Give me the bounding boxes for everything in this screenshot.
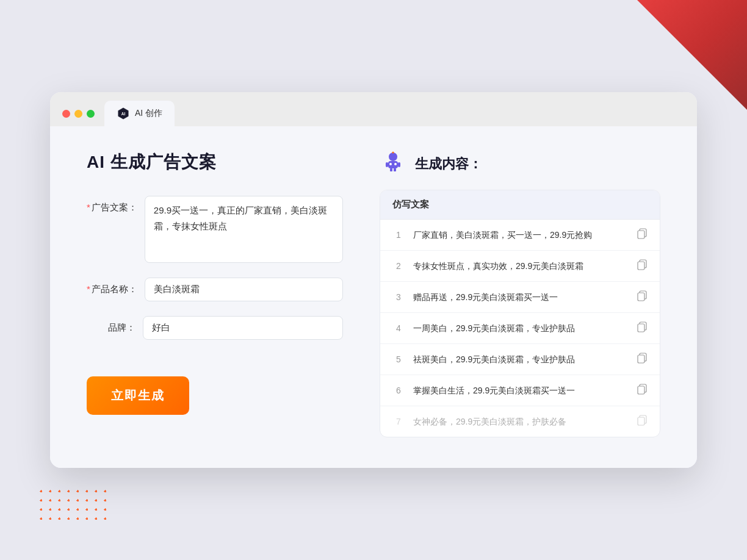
row-number: 3	[392, 292, 405, 302]
right-panel: 生成内容： 仿写文案 1厂家直销，美白淡斑霜，买一送一，29.9元抢购 2专抹女…	[380, 151, 660, 437]
page-title: AI 生成广告文案	[87, 151, 343, 174]
row-text: 掌握美白生活，29.9元美白淡斑霜买一送一	[413, 384, 628, 397]
product-name-label: *产品名称：	[87, 278, 137, 295]
result-table: 仿写文案 1厂家直销，美白淡斑霜，买一送一，29.9元抢购 2专抹女性斑点，真实…	[380, 190, 660, 437]
copy-icon[interactable]	[637, 259, 648, 273]
svg-point-8	[389, 163, 392, 165]
row-text: 赠品再送，29.9元美白淡斑霜买一送一	[413, 291, 628, 304]
row-number: 5	[392, 354, 405, 364]
tab-label: AI 创作	[135, 108, 162, 119]
table-row: 4一周美白，29.9元美白淡斑霜，专业护肤品	[380, 313, 660, 344]
table-row: 6掌握美白生活，29.9元美白淡斑霜买一送一	[380, 375, 660, 406]
window-controls	[62, 110, 95, 126]
robot-icon	[380, 151, 406, 178]
result-rows: 1厂家直销，美白淡斑霜，买一送一，29.9元抢购 2专抹女性斑点，真实功效，29…	[380, 220, 660, 437]
left-panel: AI 生成广告文案 *广告文案： *产品名称： 品牌： 立	[87, 151, 343, 437]
row-text: 女神必备，29.9元美白淡斑霜，护肤必备	[413, 415, 628, 428]
browser-window: AI AI 创作 AI 生成广告文案 *广告文案： *产品名称：	[50, 92, 697, 468]
svg-rect-7	[394, 168, 396, 171]
brand-group: 品牌：	[87, 316, 343, 340]
copy-icon[interactable]	[637, 228, 648, 242]
browser-content: AI 生成广告文案 *广告文案： *产品名称： 品牌： 立	[50, 126, 697, 468]
row-text: 专抹女性斑点，真实功效，29.9元美白淡斑霜	[413, 260, 628, 273]
svg-point-9	[394, 163, 397, 165]
table-row: 3赠品再送，29.9元美白淡斑霜买一送一	[380, 282, 660, 313]
row-text: 厂家直销，美白淡斑霜，买一送一，29.9元抢购	[413, 229, 628, 242]
row-number: 4	[392, 323, 405, 333]
svg-rect-25	[638, 417, 644, 425]
row-number: 2	[392, 261, 405, 271]
svg-rect-23	[638, 386, 644, 394]
copy-icon[interactable]	[637, 384, 648, 397]
svg-rect-17	[638, 293, 644, 301]
ad-copy-input[interactable]	[145, 196, 343, 263]
table-header: 仿写文案	[380, 190, 660, 220]
copy-icon[interactable]	[637, 353, 648, 366]
brand-input[interactable]	[143, 316, 343, 340]
ad-copy-label: *广告文案：	[87, 196, 137, 214]
bg-decoration-dots	[37, 487, 110, 523]
table-row: 7女神必备，29.9元美白淡斑霜，护肤必备	[380, 406, 660, 437]
svg-text:AI: AI	[121, 112, 126, 116]
row-number: 1	[392, 230, 405, 240]
minimize-button[interactable]	[74, 110, 82, 118]
svg-rect-15	[638, 262, 644, 270]
row-number: 7	[392, 417, 405, 426]
maximize-button[interactable]	[87, 110, 95, 118]
product-name-required: *	[87, 284, 90, 294]
table-row: 1厂家直销，美白淡斑霜，买一送一，29.9元抢购	[380, 220, 660, 251]
tab-icon: AI	[117, 107, 130, 120]
copy-icon[interactable]	[637, 290, 648, 304]
ad-copy-group: *广告文案：	[87, 196, 343, 263]
result-title: 生成内容：	[415, 155, 482, 173]
copy-icon[interactable]	[637, 415, 648, 428]
browser-tab[interactable]: AI AI 创作	[104, 101, 175, 126]
close-button[interactable]	[62, 110, 70, 118]
browser-chrome: AI AI 创作	[50, 92, 697, 126]
svg-rect-4	[386, 162, 388, 167]
product-name-input[interactable]	[145, 278, 343, 301]
copy-icon[interactable]	[637, 321, 648, 335]
generate-button[interactable]: 立即生成	[87, 376, 189, 415]
svg-rect-6	[390, 168, 392, 171]
result-header: 生成内容：	[380, 151, 660, 178]
svg-rect-21	[638, 355, 644, 363]
svg-rect-13	[638, 231, 644, 239]
brand-label: 品牌：	[87, 316, 135, 334]
table-row: 2专抹女性斑点，真实功效，29.9元美白淡斑霜	[380, 251, 660, 282]
product-name-group: *产品名称：	[87, 278, 343, 301]
row-text: 一周美白，29.9元美白淡斑霜，专业护肤品	[413, 322, 628, 335]
row-text: 祛斑美白，29.9元美白淡斑霜，专业护肤品	[413, 353, 628, 366]
row-number: 6	[392, 386, 405, 395]
ad-copy-required: *	[87, 202, 90, 212]
svg-rect-5	[398, 162, 400, 167]
svg-rect-19	[638, 324, 644, 332]
svg-point-11	[392, 152, 394, 154]
table-row: 5祛斑美白，29.9元美白淡斑霜，专业护肤品	[380, 344, 660, 375]
